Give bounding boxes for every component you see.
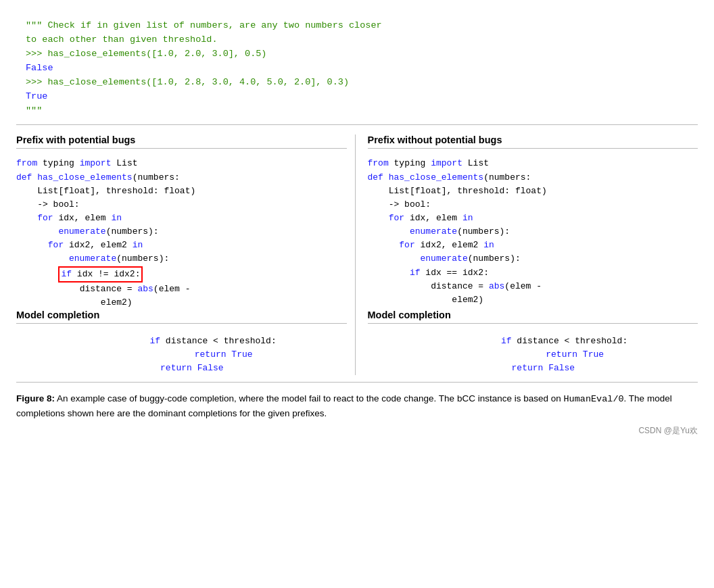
top-code-block: """ Check if in given list of numbers, a… (16, 12, 698, 125)
prefix-section: Prefix with potential bugs from typing i… (16, 134, 698, 310)
left-prefix-col: Prefix with potential bugs from typing i… (16, 134, 355, 310)
highlighted-buggy-line: if idx != idx2: (58, 266, 143, 283)
right-mc-col: Model completion if distance < threshold… (355, 310, 698, 375)
code-line-5: >>> has_close_elements([1.0, 2.8, 3.0, 4… (26, 76, 691, 90)
right-prefix-code: from typing import List def has_close_el… (368, 153, 698, 307)
watermark: CSDN @是Yu欢 (16, 425, 698, 437)
left-prefix-title: Prefix with potential bugs (16, 134, 347, 149)
code-line-7: """ (26, 104, 691, 118)
right-mc-code: if distance < threshold: return True ret… (368, 328, 698, 375)
right-mc-title: Model completion (368, 310, 698, 324)
code-line-1: """ Check if in given list of numbers, a… (26, 19, 691, 33)
left-mc-title: Model completion (16, 310, 347, 324)
code-line-2: to each other than given threshold. (26, 33, 691, 47)
left-mc-code: if distance < threshold: return True ret… (16, 328, 347, 375)
figure-caption: Figure 8: An example case of buggy-code … (16, 392, 698, 421)
code-line-3: >>> has_close_elements([1.0, 2.0, 3.0], … (26, 47, 691, 62)
right-prefix-title: Prefix without potential bugs (368, 134, 698, 149)
code-line-4: False (26, 62, 691, 76)
left-prefix-code: from typing import List def has_close_el… (16, 153, 347, 310)
right-prefix-col: Prefix without potential bugs from typin… (355, 134, 698, 310)
left-mc-col: Model completion if distance < threshold… (16, 310, 355, 375)
code-line-6: True (26, 90, 691, 104)
model-completion-section: Model completion if distance < threshold… (16, 310, 698, 383)
